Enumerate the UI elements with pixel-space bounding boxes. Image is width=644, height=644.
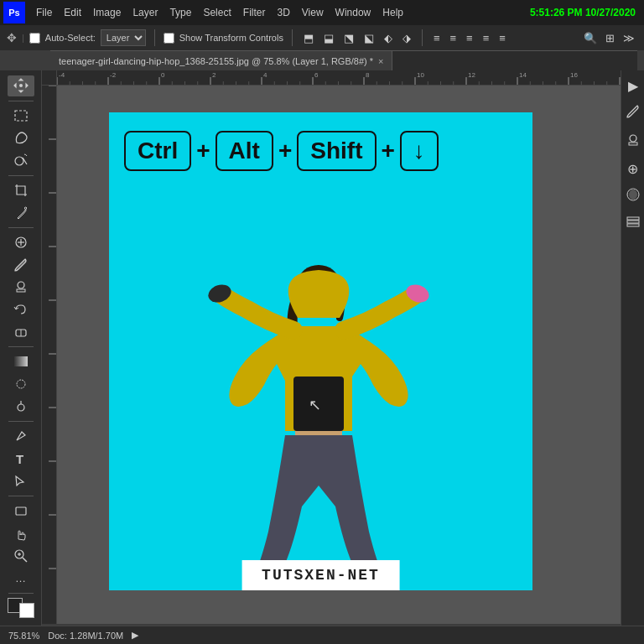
- menu-window[interactable]: Window: [330, 0, 377, 25]
- tool-sep1: [8, 101, 34, 101]
- tab-close-button[interactable]: ×: [378, 56, 383, 66]
- auto-select-checkbox[interactable]: [29, 33, 40, 44]
- show-transform-label: Show Transform Controls: [179, 33, 283, 43]
- gradient-tool[interactable]: [8, 351, 34, 372]
- stamp-tool[interactable]: [8, 277, 34, 298]
- distribute3-icon[interactable]: ≡: [464, 30, 475, 46]
- align-bottom-icon[interactable]: ⬗: [400, 30, 413, 46]
- clock-display: 5:51:26 PM 10/27/2020: [530, 7, 641, 18]
- clone-panel-icon[interactable]: [623, 130, 643, 153]
- more-tools[interactable]: …: [8, 568, 34, 589]
- divider1: [154, 29, 155, 46]
- zoom-level: 75.81%: [8, 631, 39, 641]
- search-icon[interactable]: 🔍: [581, 30, 600, 46]
- svg-text:↖: ↖: [309, 397, 321, 413]
- arrow-key: ↓: [400, 131, 439, 171]
- tool-sep5: [8, 421, 34, 422]
- active-tab[interactable]: teenager-girl-dancing-hip-hop_1368-25155…: [50, 51, 392, 70]
- pen-tool[interactable]: [8, 426, 34, 447]
- alt-key: Alt: [216, 131, 273, 171]
- shape-tool[interactable]: [8, 501, 34, 522]
- color-panel-icon[interactable]: [623, 184, 643, 208]
- background-color[interactable]: [19, 603, 34, 618]
- divider2: [292, 29, 293, 46]
- play-icon[interactable]: ▶: [626, 75, 641, 96]
- options-separator1: |: [22, 33, 24, 43]
- menu-select[interactable]: Select: [197, 0, 236, 25]
- svg-text:16: 16: [570, 71, 578, 79]
- ruler-left: [42, 86, 57, 624]
- blur-tool[interactable]: [8, 374, 34, 395]
- history-brush-tool[interactable]: [8, 299, 34, 320]
- move-tool[interactable]: [8, 75, 34, 96]
- foreground-background-color[interactable]: [8, 598, 34, 619]
- status-bar: 75.81% Doc: 1.28M/1.70M ▶: [0, 626, 644, 644]
- shift-key: Shift: [297, 131, 376, 171]
- hand-tool[interactable]: [8, 523, 34, 544]
- ctrl-key: Ctrl: [124, 131, 191, 171]
- show-transform-checkbox[interactable]: [164, 33, 174, 44]
- type-tool[interactable]: T: [8, 449, 34, 470]
- healing-panel-icon[interactable]: ⊕: [625, 158, 641, 179]
- crop-tool[interactable]: [8, 180, 34, 201]
- distribute5-icon[interactable]: ≡: [496, 30, 508, 46]
- panels-icon[interactable]: ⊞: [603, 30, 617, 46]
- menu-edit[interactable]: Edit: [58, 0, 87, 25]
- svg-text:T: T: [16, 452, 23, 466]
- menu-file[interactable]: File: [30, 0, 58, 25]
- svg-text:4: 4: [263, 71, 267, 79]
- layers-panel-icon[interactable]: [623, 213, 643, 233]
- eraser-tool[interactable]: [8, 322, 34, 343]
- ps-logo: Ps: [3, 2, 25, 23]
- marquee-tool[interactable]: [8, 106, 34, 127]
- menu-view[interactable]: View: [296, 0, 330, 25]
- menu-help[interactable]: Help: [377, 0, 409, 25]
- brush-tool[interactable]: [8, 254, 34, 275]
- options-bar: ✥ | Auto-Select: Layer Show Transform Co…: [0, 25, 644, 50]
- menu-type[interactable]: Type: [164, 0, 197, 25]
- lasso-tool[interactable]: [8, 127, 34, 148]
- align-right-icon[interactable]: ⬔: [341, 30, 356, 46]
- svg-text:12: 12: [468, 71, 475, 79]
- menu-3d[interactable]: 3D: [271, 0, 295, 25]
- heal-tool[interactable]: [8, 232, 34, 253]
- quick-select-tool[interactable]: [8, 150, 34, 171]
- dancer-image: ↖: [143, 196, 495, 574]
- menu-layer[interactable]: Layer: [127, 0, 164, 25]
- doc-size: Doc: 1.28M/1.70M: [48, 631, 123, 641]
- svg-rect-27: [627, 221, 639, 223]
- svg-rect-1: [15, 111, 27, 121]
- svg-point-13: [18, 404, 24, 411]
- svg-rect-16: [16, 507, 26, 515]
- distribute2-icon[interactable]: ≡: [447, 30, 459, 46]
- watermark: TUTSXEN-NET: [242, 560, 400, 590]
- align-left-icon[interactable]: ⬒: [301, 30, 316, 46]
- layer-select[interactable]: Layer: [101, 29, 146, 46]
- align-center-v-icon[interactable]: ⬖: [382, 30, 395, 46]
- svg-text:6: 6: [314, 71, 319, 79]
- svg-rect-11: [14, 356, 28, 366]
- ruler-corner: [42, 70, 57, 86]
- menu-filter[interactable]: Filter: [237, 0, 272, 25]
- plus3: +: [382, 138, 395, 164]
- dodge-tool[interactable]: [8, 396, 34, 417]
- eyedropper-tool[interactable]: [8, 202, 34, 223]
- svg-text:14: 14: [519, 71, 527, 79]
- right-panel: ▶ ⊕: [621, 70, 644, 641]
- tool-sep6: [8, 496, 34, 496]
- more-icon[interactable]: ≫: [621, 30, 637, 46]
- menu-image[interactable]: Image: [87, 0, 127, 25]
- status-arrow[interactable]: ▶: [132, 630, 138, 641]
- path-selection-tool[interactable]: [8, 470, 34, 491]
- tool-sep3: [8, 227, 34, 228]
- ruler-top: -4-2024681012141618: [57, 70, 621, 86]
- distribute4-icon[interactable]: ≡: [480, 30, 492, 46]
- tab-bar: teenager-girl-dancing-hip-hop_1368-25155…: [50, 50, 637, 70]
- distribute1-icon[interactable]: ≡: [431, 30, 443, 46]
- align-top-icon[interactable]: ⬕: [361, 30, 377, 46]
- align-center-h-icon[interactable]: ⬓: [321, 30, 336, 46]
- brush-panel-icon[interactable]: [623, 101, 643, 125]
- divider3: [422, 29, 423, 46]
- zoom-tool[interactable]: [8, 545, 34, 566]
- svg-point-2: [15, 157, 23, 165]
